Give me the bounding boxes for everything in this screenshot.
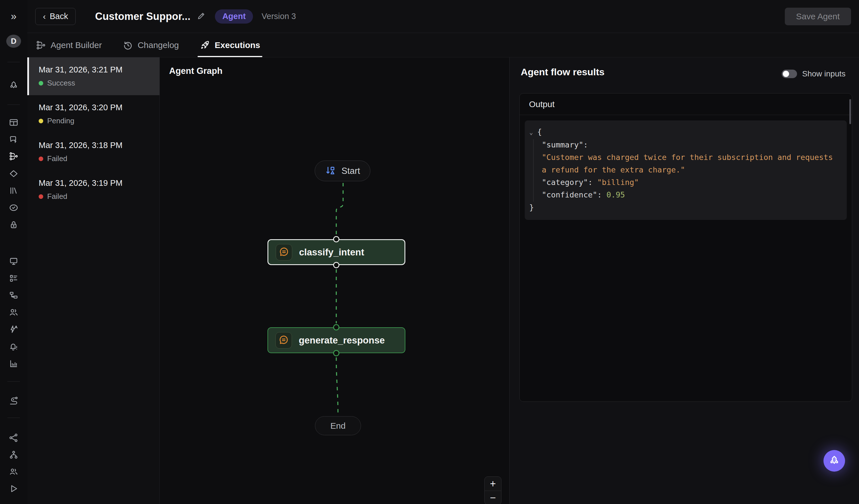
execution-row[interactable]: Mar 31, 2026, 3:20 PM Pending	[27, 95, 160, 133]
content-area: Mar 31, 2026, 3:21 PM Success Mar 31, 20…	[27, 57, 859, 504]
topbar: ‹ Back Customer Suppor... Agent Version …	[27, 0, 859, 33]
scrollbar-thumb[interactable]	[849, 99, 851, 124]
ship-icon	[829, 455, 840, 467]
zoom-in-button[interactable]: +	[485, 477, 501, 491]
results-title: Agent flow results	[521, 66, 605, 78]
port-classify-top[interactable]	[333, 236, 340, 242]
rail-divider	[7, 105, 20, 105]
code-line: "Customer was charged twice for their su…	[529, 151, 839, 164]
port-classify-bottom[interactable]	[333, 262, 340, 268]
executions-list: Mar 31, 2026, 3:21 PM Success Mar 31, 20…	[27, 57, 160, 504]
execution-row[interactable]: Mar 31, 2026, 3:18 PM Failed	[27, 133, 160, 171]
tab-label: Agent Builder	[50, 40, 102, 50]
tab-executions[interactable]: Executions	[198, 33, 262, 57]
pencil-icon	[197, 11, 206, 20]
execution-status: Success	[39, 79, 160, 88]
node-label: classify_intent	[299, 247, 364, 258]
library-icon[interactable]	[9, 186, 18, 196]
save-agent-button[interactable]: Save Agent	[785, 8, 851, 25]
code-line: "confidence": 0.95	[529, 189, 839, 201]
execution-status: Failed	[39, 192, 160, 201]
graph-edges	[160, 57, 510, 504]
port-generate-bottom[interactable]	[333, 350, 340, 356]
execution-timestamp: Mar 31, 2026, 3:19 PM	[39, 179, 160, 188]
code-token: "confidence":	[542, 190, 602, 199]
node-icon-chip	[275, 332, 292, 349]
analytics-icon[interactable]	[9, 359, 18, 368]
output-card: Output ⌄{ "summary": "Customer was charg…	[519, 93, 852, 402]
workflow-icon	[36, 40, 46, 50]
show-inputs-toggle[interactable]	[782, 70, 797, 78]
tab-bar: Agent Builder Changelog Executions	[27, 33, 859, 57]
assistant-fab[interactable]	[824, 450, 845, 472]
users-icon[interactable]	[9, 307, 18, 317]
node-end[interactable]: End	[315, 416, 361, 435]
rail-divider	[7, 381, 20, 382]
execution-timestamp: Mar 31, 2026, 3:18 PM	[39, 141, 160, 150]
status-label: Success	[47, 79, 75, 88]
chat-automation-icon[interactable]	[9, 135, 18, 144]
execution-status: Failed	[39, 154, 160, 163]
back-label: Back	[50, 12, 68, 21]
code-line: "summary":	[529, 139, 839, 151]
tab-agent-builder[interactable]: Agent Builder	[33, 33, 104, 57]
history-clock-icon	[123, 40, 133, 50]
results-panel: Agent flow results Show inputs Output ⌄{…	[510, 57, 859, 504]
output-json-viewer[interactable]: ⌄{ "summary": "Customer was charged twic…	[525, 120, 847, 220]
security-lock-icon[interactable]	[9, 220, 18, 230]
code-token: "Customer was charged twice for their su…	[542, 153, 833, 162]
tab-changelog[interactable]: Changelog	[121, 33, 181, 57]
node-label: Start	[341, 166, 360, 176]
status-label: Failed	[47, 154, 67, 163]
avatar[interactable]: D	[6, 35, 21, 48]
alerts-icon[interactable]	[9, 342, 18, 351]
tab-label: Executions	[215, 40, 260, 50]
edit-title-button[interactable]	[197, 11, 206, 21]
logo-ship-icon[interactable]	[9, 81, 18, 90]
node-classify-intent[interactable]: classify_intent	[268, 239, 405, 265]
templates-icon[interactable]	[9, 274, 18, 283]
collapse-chevron-icon[interactable]: ⌄	[529, 126, 537, 139]
deployments-icon[interactable]	[9, 169, 18, 179]
code-token: "summary":	[542, 140, 588, 149]
status-label: Failed	[47, 192, 67, 201]
agent-workflows-icon[interactable]	[9, 151, 18, 161]
agent-graph-canvas[interactable]: Agent Graph Start classify_intent	[160, 57, 510, 504]
teams-icon[interactable]	[9, 467, 18, 476]
execution-row[interactable]: Mar 31, 2026, 3:21 PM Success	[27, 57, 160, 95]
status-label: Pending	[47, 117, 74, 125]
rail-divider	[7, 62, 20, 62]
org-chart-icon[interactable]	[9, 450, 18, 460]
node-start[interactable]: Start	[315, 161, 371, 181]
page-title: Customer Suppor...	[95, 11, 191, 22]
tables-icon[interactable]	[9, 118, 18, 127]
expand-sidebar-button[interactable]: »	[11, 11, 16, 21]
node-generate-response[interactable]: generate_response	[268, 327, 405, 353]
evaluations-icon[interactable]	[9, 324, 18, 334]
approvals-icon[interactable]	[9, 203, 18, 213]
routing-icon[interactable]	[9, 396, 18, 406]
show-inputs-label: Show inputs	[802, 69, 846, 78]
tab-label: Changelog	[138, 40, 179, 50]
playground-icon[interactable]	[9, 257, 18, 266]
back-chevron-icon: ‹	[43, 12, 46, 21]
pipelines-icon[interactable]	[9, 291, 18, 300]
code-line: "category": "billing"	[529, 176, 839, 189]
node-label: generate_response	[299, 335, 385, 346]
zoom-out-button[interactable]: −	[485, 491, 501, 504]
code-token: a refund for the extra charge."	[542, 165, 685, 174]
integrations-icon[interactable]	[9, 433, 18, 443]
execution-status: Pending	[39, 117, 160, 125]
port-generate-top[interactable]	[333, 324, 340, 331]
code-token: 0.95	[607, 190, 625, 199]
node-label: End	[330, 421, 345, 431]
status-dot-success	[39, 81, 43, 86]
code-token: {	[537, 127, 542, 136]
status-dot-pending	[39, 119, 43, 123]
execution-row[interactable]: Mar 31, 2026, 3:19 PM Failed	[27, 171, 160, 209]
message-icon	[278, 335, 289, 346]
code-token: "billing"	[597, 178, 639, 187]
back-button[interactable]: ‹ Back	[35, 8, 76, 25]
run-play-icon[interactable]	[9, 484, 18, 493]
version-label: Version 3	[261, 12, 296, 21]
